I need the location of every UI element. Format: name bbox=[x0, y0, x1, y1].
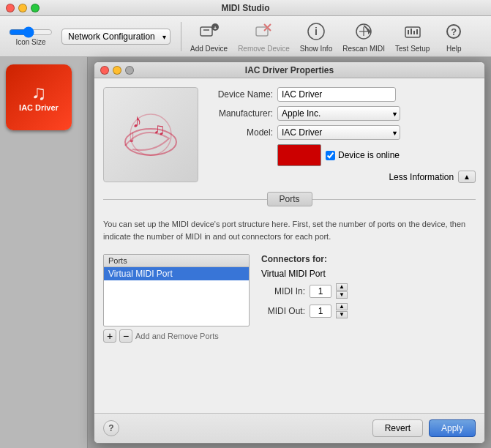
ports-list-actions: + − Add and Remove Ports bbox=[103, 329, 250, 343]
dialog-close-button[interactable] bbox=[100, 66, 109, 75]
remove-device-button[interactable]: Remove Device bbox=[233, 17, 294, 56]
dialog-footer: ? Revert Apply bbox=[94, 413, 484, 443]
device-name-row: Device Name: bbox=[207, 87, 476, 102]
ports-list-section: Ports Virtual MIDI Port + − Add and Remo… bbox=[103, 254, 250, 343]
device-color-picker[interactable] bbox=[277, 144, 321, 166]
manufacturer-select[interactable]: Apple Inc. bbox=[277, 106, 400, 121]
add-device-button[interactable]: + Add Device bbox=[186, 17, 232, 56]
remove-device-label: Remove Device bbox=[238, 45, 290, 53]
icon-size-slider[interactable] bbox=[9, 26, 53, 38]
revert-button[interactable]: Revert bbox=[372, 419, 423, 437]
maximize-button[interactable] bbox=[31, 4, 40, 12]
add-remove-label: Add and Remove Ports bbox=[135, 332, 219, 340]
minimize-button[interactable] bbox=[18, 4, 27, 12]
device-name-label: Device Name: bbox=[207, 89, 273, 100]
dialog-zoom-button bbox=[125, 66, 134, 75]
manufacturer-row: Manufacturer: Apple Inc. ▾ bbox=[207, 106, 476, 121]
dialog-area: IAC Driver Properties ♪ bbox=[94, 61, 485, 444]
connectors-port-name: Virtual MIDI Port bbox=[261, 269, 348, 279]
top-section: ♪ ♫ ♩ Device Name: bbox=[103, 87, 476, 183]
manufacturer-select-wrapper[interactable]: Apple Inc. ▾ bbox=[277, 106, 400, 121]
model-label: Model: bbox=[207, 127, 273, 138]
manufacturer-label: Manufacturer: bbox=[207, 108, 273, 119]
rescan-midi-icon bbox=[352, 20, 375, 43]
title-bar: MIDI Studio bbox=[0, 0, 491, 16]
test-setup-button[interactable]: Test Setup bbox=[391, 17, 434, 56]
icon-size-label: Icon Size bbox=[15, 38, 45, 46]
less-info-button[interactable]: ▲ bbox=[458, 171, 476, 183]
toolbar-separator-1 bbox=[181, 22, 181, 51]
device-music-notes-icon: ♫ bbox=[31, 83, 47, 103]
midi-in-stepper[interactable]: ▲ ▼ bbox=[336, 283, 348, 299]
remove-device-icon bbox=[252, 20, 275, 43]
model-select-wrapper[interactable]: IAC Driver ▾ bbox=[277, 125, 400, 140]
midi-in-label: MIDI In: bbox=[261, 286, 305, 296]
apply-button[interactable]: Apply bbox=[429, 419, 476, 437]
show-info-button[interactable]: i Show Info bbox=[296, 17, 337, 56]
connectors-title: Connectors for: bbox=[261, 254, 348, 264]
iac-driver-device-icon[interactable]: ♫ IAC Driver bbox=[6, 64, 72, 130]
less-info-row: Less Information ▲ bbox=[207, 171, 476, 183]
help-toolbar-button[interactable]: ? Help bbox=[435, 17, 472, 56]
device-form: Device Name: Manufacturer: Apple Inc. ▾ bbox=[207, 87, 476, 183]
icon-size-section: Icon Size bbox=[4, 26, 57, 46]
device-online-text: Device is online bbox=[338, 150, 400, 160]
midi-out-up-button[interactable]: ▲ bbox=[336, 303, 348, 310]
device-name-input[interactable] bbox=[277, 87, 396, 102]
svg-text:i: i bbox=[315, 26, 318, 37]
midi-in-up-button[interactable]: ▲ bbox=[336, 283, 348, 291]
add-port-button[interactable]: + bbox=[103, 329, 116, 343]
ports-list-items: Virtual MIDI Port bbox=[104, 267, 249, 326]
dialog-window: IAC Driver Properties ♪ bbox=[94, 61, 485, 444]
color-online-row: Device is online bbox=[207, 144, 476, 166]
midi-in-down-button[interactable]: ▼ bbox=[336, 291, 348, 299]
device-online-label[interactable]: Device is online bbox=[326, 150, 400, 160]
help-toolbar-icon: ? bbox=[442, 20, 465, 43]
svg-text:♪: ♪ bbox=[132, 110, 142, 132]
test-setup-icon bbox=[401, 20, 424, 43]
window-controls[interactable] bbox=[6, 4, 40, 12]
device-preview-svg: ♪ ♫ ♩ bbox=[110, 94, 191, 175]
dialog-body: ♪ ♫ ♩ Device Name: bbox=[94, 78, 484, 413]
ports-tab: Ports bbox=[267, 192, 312, 206]
device-icon-label: IAC Driver bbox=[19, 103, 59, 112]
main-area: ♫ IAC Driver IAC Driver Properties bbox=[0, 57, 491, 448]
divider-line-right bbox=[312, 199, 476, 200]
ports-content: Ports Virtual MIDI Port + − Add and Remo… bbox=[103, 254, 476, 343]
toolbar: Icon Size Network Configuration + Add De… bbox=[0, 16, 491, 57]
svg-rect-0 bbox=[200, 27, 212, 36]
dialog-window-controls[interactable] bbox=[100, 66, 134, 75]
app-title: MIDI Studio bbox=[222, 3, 270, 13]
midi-in-input[interactable] bbox=[310, 285, 331, 298]
midi-out-stepper[interactable]: ▲ ▼ bbox=[336, 303, 348, 318]
model-select[interactable]: IAC Driver bbox=[277, 125, 400, 140]
ports-description: You can set up the MIDI device's port st… bbox=[103, 215, 476, 245]
configuration-dropdown[interactable]: Network Configuration bbox=[61, 29, 170, 45]
midi-in-row: MIDI In: ▲ ▼ bbox=[261, 283, 348, 299]
remove-port-button[interactable]: − bbox=[119, 329, 132, 343]
dialog-help-button[interactable]: ? bbox=[103, 420, 119, 436]
help-toolbar-label: Help bbox=[446, 45, 462, 53]
ports-list-box: Ports Virtual MIDI Port bbox=[103, 254, 250, 326]
collapse-arrow-icon: ▲ bbox=[463, 173, 471, 181]
footer-buttons: Revert Apply bbox=[372, 419, 476, 437]
port-list-item[interactable]: Virtual MIDI Port bbox=[104, 267, 249, 280]
ports-list-header: Ports bbox=[104, 255, 249, 267]
device-online-checkbox[interactable] bbox=[326, 151, 335, 160]
device-preview: ♪ ♫ ♩ bbox=[103, 87, 198, 182]
ports-divider: Ports bbox=[103, 192, 476, 206]
midi-out-row: MIDI Out: ▲ ▼ bbox=[261, 303, 348, 318]
midi-out-label: MIDI Out: bbox=[261, 306, 305, 316]
svg-text:+: + bbox=[213, 25, 217, 31]
test-setup-label: Test Setup bbox=[395, 45, 430, 53]
close-button[interactable] bbox=[6, 4, 15, 12]
configuration-select-wrapper[interactable]: Network Configuration bbox=[61, 29, 170, 45]
show-info-icon: i bbox=[304, 20, 328, 43]
connectors-section: Connectors for: Virtual MIDI Port MIDI I… bbox=[261, 254, 348, 343]
midi-out-input[interactable] bbox=[310, 305, 331, 318]
sidebar: ♫ IAC Driver bbox=[0, 57, 88, 448]
dialog-minimize-button bbox=[113, 66, 121, 75]
rescan-midi-button[interactable]: Rescan MIDI bbox=[338, 17, 389, 56]
model-row: Model: IAC Driver ▾ bbox=[207, 125, 476, 140]
midi-out-down-button[interactable]: ▼ bbox=[336, 311, 348, 318]
